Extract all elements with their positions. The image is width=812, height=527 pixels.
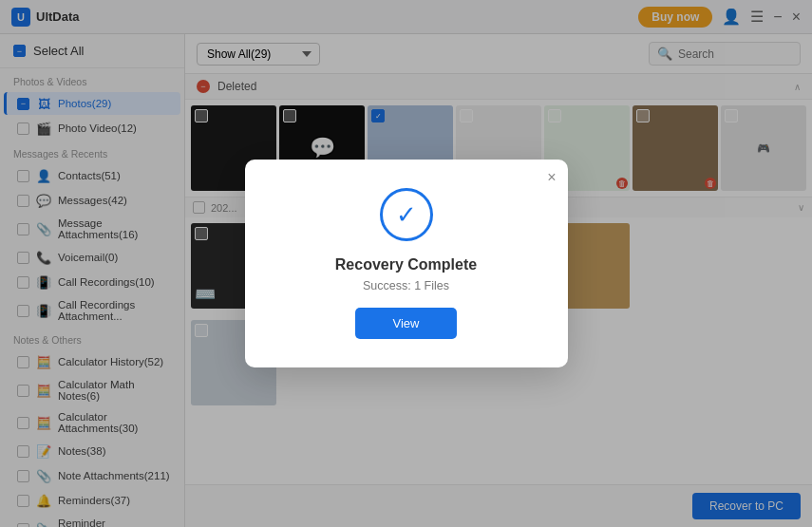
modal-check-icon: ✓ [380,188,433,241]
recovery-complete-modal: × ✓ Recovery Complete Success: 1 Files V… [245,160,568,367]
modal-view-button[interactable]: View [355,308,458,339]
modal-subtitle: Success: 1 Files [363,279,449,292]
modal-title: Recovery Complete [335,256,477,273]
modal-close-button[interactable]: × [547,169,556,186]
modal-overlay[interactable]: × ✓ Recovery Complete Success: 1 Files V… [0,0,812,527]
